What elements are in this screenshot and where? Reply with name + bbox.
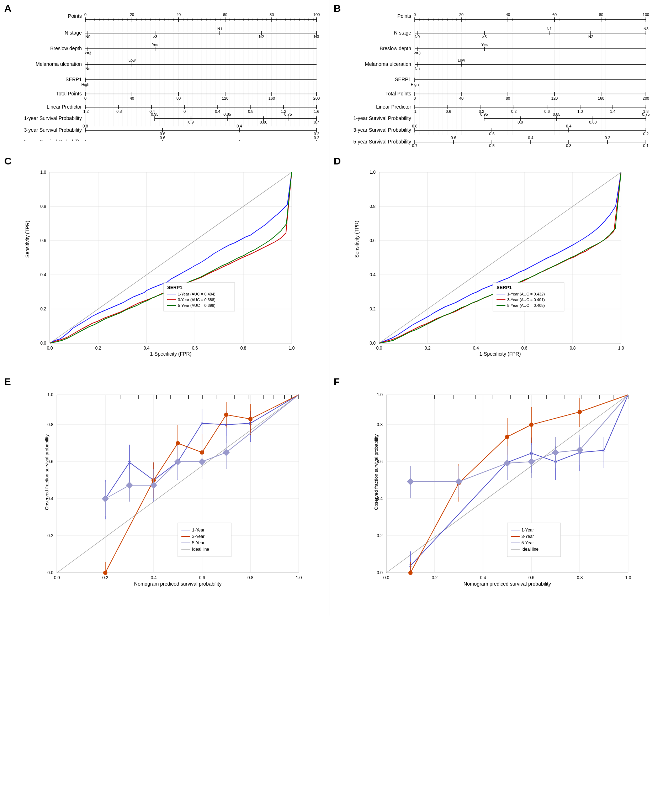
svg-text:0.75: 0.75 [642,112,649,116]
svg-text:5-year Survival Probability: 5-year Survival Probability [353,139,411,144]
svg-text:0.4: 0.4 [40,272,46,277]
svg-text:0.6: 0.6 [192,346,198,351]
svg-text:1.0: 1.0 [577,109,583,113]
svg-text:0.9: 0.9 [188,120,193,124]
svg-text:20: 20 [130,13,134,17]
svg-text:Ideal line: Ideal line [192,547,209,552]
main-container: A Points 0 20 [0,0,658,616]
panel-label-E: E [4,376,11,388]
svg-text:>3: >3 [153,35,158,39]
svg-text:5-Year (AUC = 0.408): 5-Year (AUC = 0.408) [507,303,545,308]
svg-text:0.2: 0.2 [314,136,319,140]
svg-text:N2: N2 [259,35,264,39]
svg-text:3-Year (AUC = 0.388): 3-Year (AUC = 0.388) [178,298,216,302]
svg-text:0.4: 0.4 [566,124,571,128]
svg-text:Linear Predictor: Linear Predictor [47,104,82,110]
svg-text:0.6: 0.6 [544,109,550,113]
svg-text:0.8: 0.8 [240,346,246,351]
svg-text:0.6: 0.6 [370,238,376,243]
svg-text:60: 60 [552,13,557,17]
svg-text:0.0: 0.0 [376,346,382,351]
svg-text:High: High [81,82,89,86]
svg-text:0: 0 [84,96,86,101]
svg-text:0.4: 0.4 [370,272,376,277]
svg-text:0: 0 [414,96,416,101]
svg-text:0.6: 0.6 [528,575,534,580]
svg-text:Melanoma ulceration: Melanoma ulceration [36,61,82,67]
svg-text:0.8: 0.8 [248,109,253,113]
svg-text:200: 200 [313,96,320,101]
svg-text:0.2: 0.2 [605,136,610,140]
svg-text:N3: N3 [644,27,649,31]
svg-text:1-Specificity (FPR): 1-Specificity (FPR) [479,351,521,357]
svg-text:3-Year: 3-Year [192,534,205,539]
svg-text:0.0: 0.0 [47,570,53,575]
nomogram-B: Points 0 20 40 60 80 100 [342,9,651,148]
svg-text:0.2: 0.2 [102,575,108,580]
svg-text:0.6: 0.6 [199,575,205,580]
svg-text:Melanoma ulceration: Melanoma ulceration [365,61,411,67]
svg-text:N3: N3 [314,35,319,39]
nom-label-nstage-A: N stage [65,30,82,36]
svg-text:0.3: 0.3 [566,143,571,148]
svg-text:-0.6: -0.6 [445,109,451,113]
svg-text:1-Year (AUC = 0.404): 1-Year (AUC = 0.404) [178,292,216,296]
svg-text:Breslow depth: Breslow depth [50,46,82,51]
svg-text:0.8: 0.8 [47,422,53,427]
svg-text:0.4: 0.4 [473,346,479,351]
svg-text:80: 80 [599,13,603,17]
svg-text:N stage: N stage [394,30,411,36]
svg-line-359 [50,172,291,343]
svg-text:1-Specificity (FPR): 1-Specificity (FPR) [150,351,192,357]
svg-text:0: 0 [414,13,416,17]
svg-text:3-Year (AUC = 0.401): 3-Year (AUC = 0.401) [507,298,545,302]
svg-text:5-Year (AUC = 0.398): 5-Year (AUC = 0.398) [178,303,216,308]
svg-text:0.1: 0.1 [643,143,649,148]
svg-text:0.95: 0.95 [151,112,158,116]
panel-label-C: C [4,155,11,167]
svg-text:0.8: 0.8 [370,204,376,209]
svg-text:40: 40 [130,96,134,101]
svg-text:0.75: 0.75 [284,112,291,116]
y-axis-label-C: Sensitivity (TPR) [25,221,30,258]
panel-E: E Observed fraction survival probability [0,374,329,616]
svg-text:<=3: <=3 [85,51,91,55]
svg-text:0.85: 0.85 [223,112,231,116]
svg-text:Total Points: Total Points [385,91,411,96]
svg-text:1.0: 1.0 [296,575,302,580]
svg-text:1.0: 1.0 [377,392,383,397]
svg-text:40: 40 [459,96,464,101]
panel-D: D Sensitivity (TPR) 0 [329,153,658,374]
panel-label-D: D [334,155,341,167]
svg-text:0.2: 0.2 [432,575,438,580]
svg-text:0.2: 0.2 [377,533,383,538]
svg-text:0.2: 0.2 [370,306,376,311]
panel-A: A Points 0 20 [0,0,329,153]
panel-label-A: A [4,3,11,14]
svg-text:SERP1: SERP1 [497,285,512,290]
svg-text:3-Year: 3-Year [522,534,534,539]
svg-text:0.0: 0.0 [370,341,376,346]
svg-text:0.2: 0.2 [511,109,517,113]
svg-text:N2: N2 [588,35,593,39]
svg-text:No: No [415,67,420,71]
svg-text:1-Year: 1-Year [522,528,534,532]
y-axis-label-E: Observed fraction survival probability [44,434,49,510]
y-axis-label-D: Sensitivity (TPR) [354,221,360,258]
svg-text:1-year Survival Probability: 1-year Survival Probability [353,115,411,121]
cal-chart-F: 0.0 0.2 0.4 0.6 0.8 1.0 0.0 0.2 0.4 0.6 … [365,388,642,601]
svg-text:160: 160 [268,96,275,101]
svg-text:0.8: 0.8 [377,422,383,427]
svg-text:-1: -1 [413,109,417,113]
svg-text:0.4: 0.4 [237,124,242,128]
svg-text:0.8: 0.8 [570,346,576,351]
svg-text:Low: Low [458,58,465,62]
svg-text:0.0: 0.0 [40,341,46,346]
svg-text:40: 40 [506,13,510,17]
svg-text:0.4: 0.4 [215,109,220,113]
svg-text:5-Year: 5-Year [192,540,205,545]
svg-text:Nomogram prediced survival pro: Nomogram prediced survival probability [464,581,551,587]
svg-text:Points: Points [397,13,411,19]
svg-text:60: 60 [223,13,227,17]
svg-text:0.6: 0.6 [160,136,165,140]
